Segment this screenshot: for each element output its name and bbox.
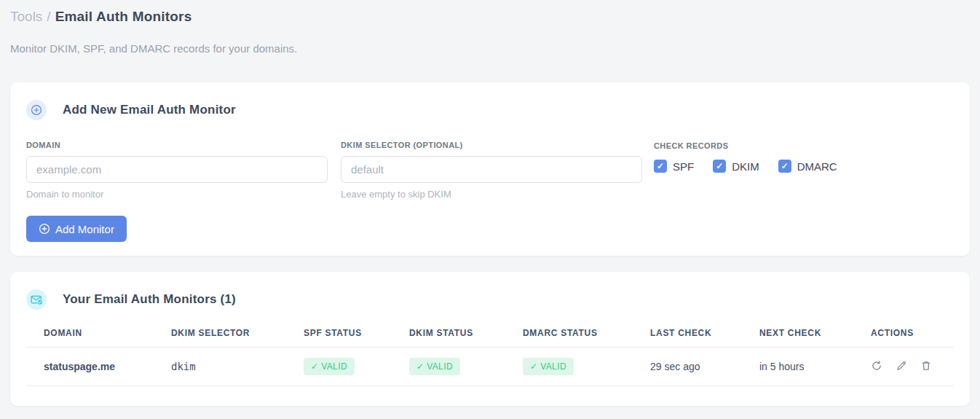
dkim-selector-label: DKIM Selector (optional) bbox=[341, 141, 642, 149]
spf-status-badge: ✓ VALID bbox=[304, 358, 355, 375]
monitors-table: Domain DKIM Selector SPF Status DKIM Sta… bbox=[26, 317, 954, 386]
column-header-next-check: Next Check bbox=[742, 317, 853, 348]
breadcrumb: Tools/Email Auth Monitors bbox=[10, 7, 970, 26]
actions-cell bbox=[853, 348, 954, 386]
checkbox-spf[interactable]: ✓ SPF bbox=[654, 160, 694, 173]
circle-plus-icon bbox=[39, 223, 50, 235]
add-monitor-form: Domain Domain to monitor DKIM Selector (… bbox=[26, 141, 954, 200]
domain-hint: Domain to monitor bbox=[26, 189, 328, 200]
checkbox-spf-label: SPF bbox=[673, 160, 694, 173]
monitor-domain: statuspage.me bbox=[26, 348, 154, 386]
envelope-check-icon bbox=[26, 289, 47, 310]
column-header-actions: Actions bbox=[853, 317, 954, 348]
column-header-spf-status: SPF Status bbox=[286, 317, 392, 348]
page-title: Email Auth Monitors bbox=[55, 9, 192, 24]
spf-status-cell: ✓ VALID bbox=[286, 348, 392, 386]
add-monitor-card-title: Add New Email Auth Monitor bbox=[63, 103, 236, 117]
dkim-selector-input[interactable] bbox=[341, 156, 642, 183]
dmarc-status-badge: ✓ VALID bbox=[523, 358, 574, 375]
checkbox-checked-icon: ✓ bbox=[654, 160, 667, 173]
refresh-icon bbox=[871, 360, 882, 372]
add-monitor-button-label: Add Monitor bbox=[55, 223, 114, 235]
dkim-selector-field-group: DKIM Selector (optional) Leave empty to … bbox=[341, 141, 642, 200]
column-header-dmarc-status: DMARC Status bbox=[505, 317, 633, 348]
checkbox-dkim-label: DKIM bbox=[732, 160, 759, 173]
table-header-row: Domain DKIM Selector SPF Status DKIM Sta… bbox=[26, 317, 954, 348]
column-header-dkim-selector: DKIM Selector bbox=[154, 317, 286, 348]
add-monitor-button[interactable]: Add Monitor bbox=[26, 216, 127, 242]
breadcrumb-section-tools[interactable]: Tools bbox=[10, 9, 42, 24]
dkim-selector-hint: Leave empty to skip DKIM bbox=[341, 189, 642, 200]
domain-field-group: Domain Domain to monitor bbox=[26, 141, 328, 200]
dkim-status-cell: ✓ VALID bbox=[392, 348, 505, 386]
trash-icon bbox=[920, 360, 932, 372]
pencil-icon bbox=[896, 360, 907, 372]
column-header-dkim-status: DKIM Status bbox=[392, 317, 505, 348]
monitor-next-check: in 5 hours bbox=[742, 348, 853, 386]
domain-label: Domain bbox=[26, 141, 328, 149]
checkbox-checked-icon: ✓ bbox=[713, 160, 726, 173]
monitors-card: Your Email Auth Monitors (1) Domain DKIM… bbox=[10, 272, 970, 406]
checkbox-dkim[interactable]: ✓ DKIM bbox=[713, 160, 759, 173]
refresh-button[interactable] bbox=[871, 360, 882, 372]
monitors-card-header: Your Email Auth Monitors (1) bbox=[26, 289, 954, 310]
monitors-card-title: Your Email Auth Monitors (1) bbox=[63, 292, 236, 307]
add-monitor-card: Add New Email Auth Monitor Domain Domain… bbox=[10, 82, 970, 256]
page-subtitle: Monitor DKIM, SPF, and DMARC records for… bbox=[10, 42, 970, 55]
check-records-group: Check Records ✓ SPF ✓ DKIM ✓ DMARC bbox=[654, 141, 954, 200]
check-records-label: Check Records bbox=[654, 141, 954, 150]
checkbox-checked-icon: ✓ bbox=[778, 160, 791, 173]
edit-button[interactable] bbox=[896, 360, 907, 372]
circle-plus-icon bbox=[26, 100, 47, 120]
monitor-dkim-selector: dkim bbox=[154, 348, 286, 386]
email-auth-monitors-page: Tools/Email Auth Monitors Monitor DKIM, … bbox=[0, 0, 980, 406]
domain-input[interactable] bbox=[26, 156, 328, 183]
column-header-domain: Domain bbox=[26, 317, 154, 348]
dmarc-status-cell: ✓ VALID bbox=[505, 348, 633, 386]
column-header-last-check: Last Check bbox=[633, 317, 742, 348]
check-records-options: ✓ SPF ✓ DKIM ✓ DMARC bbox=[654, 160, 954, 173]
dkim-status-badge: ✓ VALID bbox=[409, 358, 460, 375]
breadcrumb-separator: / bbox=[47, 9, 50, 24]
monitor-last-check: 29 sec ago bbox=[633, 348, 742, 386]
add-monitor-card-header: Add New Email Auth Monitor bbox=[26, 100, 954, 120]
checkbox-dmarc[interactable]: ✓ DMARC bbox=[778, 160, 837, 173]
delete-button[interactable] bbox=[920, 360, 932, 372]
table-row: statuspage.me dkim ✓ VALID ✓ VALID ✓ VAL… bbox=[26, 348, 954, 386]
checkbox-dmarc-label: DMARC bbox=[797, 160, 837, 173]
